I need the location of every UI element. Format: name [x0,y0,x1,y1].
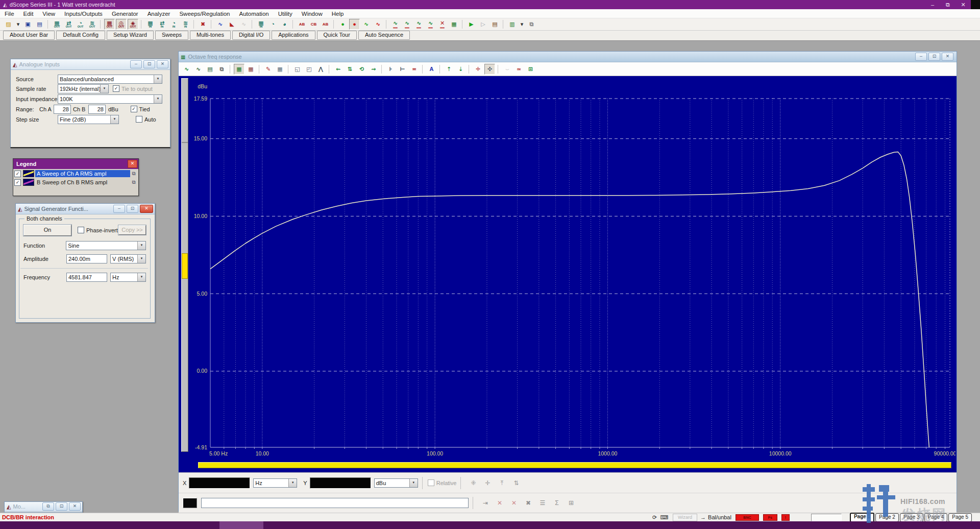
trace-add-icon[interactable]: ∿ [181,64,192,75]
monitor-outputs-icon[interactable]: ◔OUT [75,19,86,30]
analogue-outputs-icon[interactable]: ▦OUT [52,19,62,30]
chevron-down-icon[interactable]: ▼ [100,85,108,93]
wizard-button[interactable]: Wizard [673,514,697,521]
report-dropdown-icon[interactable]: ▾ [519,19,525,30]
userbar-digital-i-o[interactable]: Digital I/O [232,31,270,40]
x-axis-scrollbar[interactable] [198,462,951,468]
chevron-down-icon[interactable]: ▼ [137,242,145,250]
maximize-button[interactable]: ⊡ [127,205,138,213]
fft-analyzer-icon[interactable]: ◕ [279,19,290,30]
trace-subtract-icon[interactable]: ∿ [193,64,204,75]
soundcard-inputs-icon[interactable]: ≋IN [180,19,191,30]
annotation-clear-icon[interactable]: ✖ [522,497,534,509]
minimize-button[interactable]: – [130,60,142,68]
generator-multitone-red-icon[interactable]: ◈OUT [128,19,138,30]
legend-row[interactable]: ✓B Sweep of Ch B RMS ampl⧉ [14,178,137,186]
sweep-table-icon[interactable]: ∿▂▂ [402,19,412,30]
cursor-pair-icon[interactable]: ⇅ [510,477,522,489]
autoscale-icon[interactable]: A [426,64,437,75]
run-icon[interactable]: ● [337,19,348,30]
zoom-trace-icon[interactable]: ⋀ [315,64,326,75]
anchor-origin-icon[interactable]: ✛ [473,64,483,75]
trace-a[interactable] [210,152,929,447]
trace-visible-checkbox[interactable]: ✓ [14,171,21,177]
cursor-export-icon[interactable]: ⤒ [496,477,508,489]
restore-button[interactable]: ⧉ [940,2,955,8]
chart-svg[interactable]: 17.5915.0010.005.000.00-4.915.00 Hz10.00… [179,76,955,472]
limits-icon[interactable]: ≖ [409,64,420,75]
save-config-icon[interactable]: ▣ [22,19,33,30]
monitor-inputs-icon[interactable]: ◔IN [168,19,179,30]
legend-titlebar[interactable]: Legend ✕ [13,159,138,169]
sweep-run-icon[interactable]: ∿ [361,19,372,30]
analyzer-readings-icon[interactable]: ▦IN [256,19,266,30]
chevron-down-icon[interactable]: ▼ [288,479,297,487]
trace-visible-checkbox[interactable]: ✓ [14,179,21,186]
excel-export-icon[interactable]: ▦ [234,64,244,75]
script-step-icon[interactable]: ▷ [478,19,488,30]
maximize-button[interactable]: ⊡ [56,502,67,511]
range-ch-b-field[interactable]: 28 [88,105,106,114]
maximize-button[interactable]: ⊡ [143,60,155,68]
chevron-down-icon[interactable]: ▼ [110,115,118,124]
channel-check-b-icon[interactable]: CB [308,19,319,30]
auto-checkbox[interactable] [136,116,142,123]
frequency-unit-dropdown[interactable]: Hz ▼ [110,273,146,282]
menu-automation[interactable]: Automation [235,10,274,17]
monitors-titlebar[interactable]: ◭ Mo... ⧉ ⊡ ✕ [5,502,82,512]
input-impedance-dropdown[interactable]: 100K ▼ [58,94,162,104]
chevron-down-icon[interactable]: ▼ [154,95,162,103]
graticule-settings-icon[interactable]: ▦ [275,64,285,75]
page-tab-5[interactable]: Page 5 [948,513,972,522]
keyboard-icon[interactable]: ⌨ [660,514,668,521]
phase-invert-checkbox[interactable] [78,227,84,233]
annotation-input[interactable] [201,498,469,508]
y-axis-scrollbar[interactable] [181,78,188,452]
userbar-setup-wizard[interactable]: Setup Wizard [107,31,154,40]
maximize-button[interactable]: ⊡ [928,53,940,61]
sweep-abort-icon[interactable]: ✕▂▂ [437,19,448,30]
sweep-append-icon[interactable]: ∿▂▂ [425,19,436,30]
chevron-down-icon[interactable]: ▼ [409,479,418,487]
page-tab-3[interactable]: Page 3 [900,513,923,522]
userbar-applications[interactable]: Applications [272,31,315,40]
soundcard-outputs-icon[interactable]: ≋OUT [87,19,97,30]
open-config-icon[interactable]: ▨ [3,19,14,30]
sweep-settings-icon[interactable]: ∿▂▂ [390,19,401,30]
chevron-down-icon[interactable]: ▼ [154,75,162,83]
range-ch-a-field[interactable]: 28 [54,105,71,114]
legend-row-label[interactable]: B Sweep of Ch B RMS ampl [35,179,130,186]
refresh-icon[interactable]: ⟳ [652,514,657,521]
scale-up-icon[interactable]: ⇡ [444,64,454,75]
menu-inputs-outputs[interactable]: Inputs/Outputs [60,10,107,17]
x-unit-dropdown[interactable]: Hz ▼ [253,478,297,488]
open-dropdown-icon[interactable]: ▾ [15,19,21,30]
menu-window[interactable]: Window [297,10,327,17]
channel-check-ab-icon[interactable]: AB [320,19,331,30]
copy-icon[interactable]: ⧉ [130,171,137,177]
analogue-inputs-titlebar[interactable]: ◭ Analogue Inputs – ⊡ ✕ [11,59,170,70]
report-icon[interactable]: ▥ [507,19,518,30]
cursor-track-icon[interactable]: ✛ [481,477,494,489]
pan-right-icon[interactable]: ⇝ [368,64,379,75]
overlay-icon[interactable]: ≃ [513,64,524,75]
pan-left-icon[interactable]: ⇜ [333,64,344,75]
close-button[interactable]: ✕ [942,53,953,61]
copy-icon[interactable]: ⧉ [130,179,137,185]
userbar-sweeps[interactable]: Sweeps [155,31,188,40]
on-button[interactable]: On [23,225,71,236]
generator-wave-red-icon[interactable]: ◎OUT [116,19,127,30]
tied-checkbox[interactable]: ✓ [131,106,137,112]
zoom-x-icon[interactable]: ◱ [292,64,303,75]
cro-meter-icon[interactable]: ◔ [267,19,278,30]
pan-mode-icon[interactable]: ✣ [484,64,495,75]
export-icon[interactable]: ⧉ [526,19,537,30]
script-book-icon[interactable]: ▤ [489,19,500,30]
menu-sweeps-regulation[interactable]: Sweeps/Regulation [175,10,234,17]
analogue-inputs-icon[interactable]: ▦IN [145,19,156,30]
function-dropdown[interactable]: Sine ▼ [66,241,146,250]
legend-row-label[interactable]: A Sweep of Ch A RMS ampl [35,170,130,177]
annotation-delete-icon[interactable]: ✕ [494,497,506,509]
annotation-grid-icon[interactable]: ⊞ [565,497,577,509]
relative-checkbox[interactable] [428,479,434,486]
